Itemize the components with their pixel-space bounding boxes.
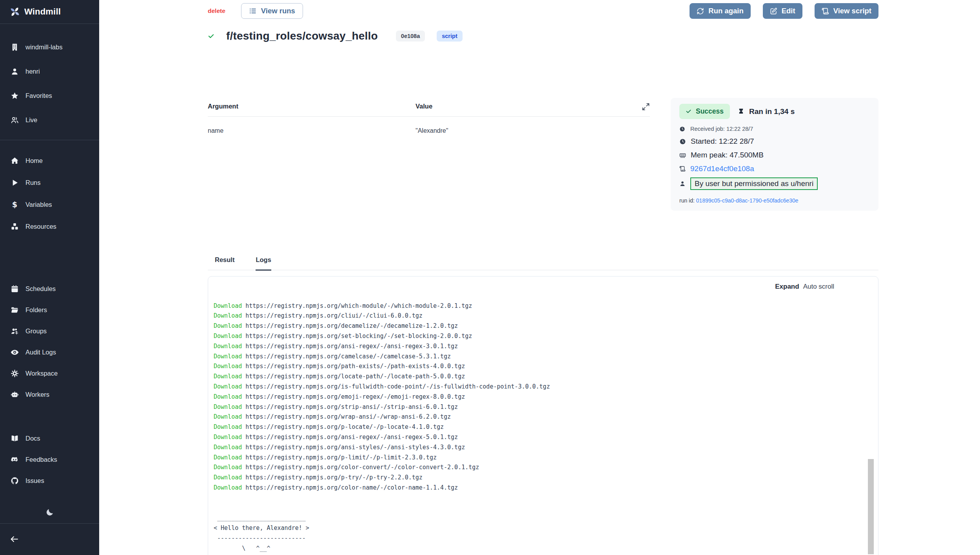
sidebar-item-docs[interactable]: Docs (0, 428, 99, 449)
eye-icon (11, 348, 19, 356)
sidebar-item-label: Variables (25, 201, 52, 208)
sidebar-item-folders[interactable]: Folders (0, 299, 99, 320)
sidebar-item-label: Favorites (25, 92, 52, 99)
log-line: Download https://registry.npmjs.org/colo… (214, 463, 878, 473)
received-row: Received job: 12:22 28/7 (679, 126, 869, 132)
argument-column-header: Argument (208, 103, 416, 110)
argument-row: name "Alexandre" (208, 117, 650, 134)
hourglass-icon (738, 108, 744, 115)
script-scroll-icon (822, 7, 829, 15)
topbar: delete View runs Run again Edit View scr… (208, 3, 878, 19)
view-runs-button[interactable]: View runs (241, 3, 303, 19)
arguments-table: Argument Value name "Alexandre" (208, 98, 650, 211)
log-line: Download https://registry.npmjs.org/emoj… (214, 392, 878, 402)
sidebar-primary-group: HomeRuns$VariablesResources (0, 150, 99, 237)
log-line: Download https://registry.npmjs.org/deca… (214, 321, 878, 331)
sidebar-item-variables[interactable]: $Variables (0, 193, 99, 215)
sidebar-item-audit-logs[interactable]: Audit Logs (0, 342, 99, 363)
sidebar-item-favorites[interactable]: Favorites (0, 83, 99, 108)
delete-button[interactable]: delete (208, 7, 225, 14)
dollar-icon: $ (11, 201, 19, 209)
refresh-icon (697, 7, 704, 15)
collapse-sidebar-icon[interactable] (9, 534, 19, 544)
sidebar-item-label: Docs (25, 435, 40, 442)
windmill-logo-icon (10, 7, 20, 17)
sidebar-item-workers[interactable]: Workers (0, 384, 99, 405)
status-header-row: Success Ran in 1,34 s (679, 104, 869, 119)
sidebar-item-resources[interactable]: Resources (0, 215, 99, 237)
sidebar-item-issues[interactable]: Issues (0, 470, 99, 491)
sidebar: Windmill windmill-labshenriFavoritesLive… (0, 0, 99, 555)
sidebar-item-label: Live (25, 116, 37, 124)
sidebar-item-feedbacks[interactable]: Feedbacks (0, 449, 99, 470)
users-icon (11, 116, 19, 124)
person-icon (679, 181, 686, 187)
permission-box: By user but permissioned as u/henri (690, 177, 818, 190)
job-kind-badge: script (437, 31, 463, 42)
view-script-button[interactable]: View script (815, 3, 878, 19)
run-again-button[interactable]: Run again (690, 3, 750, 19)
run-id-label: run id: (679, 197, 696, 204)
app-logo[interactable]: Windmill (0, 0, 99, 24)
log-line: Download https://registry.npmjs.org/stri… (214, 402, 878, 412)
sidebar-item-label: Issues (25, 477, 44, 484)
logs-scrollbar[interactable] (868, 459, 874, 554)
robot-icon (11, 390, 19, 399)
job-status-panel: Success Ran in 1,34 s Received job: 12:2… (671, 98, 878, 211)
boxes-icon (11, 222, 19, 231)
edit-button[interactable]: Edit (763, 3, 802, 19)
log-line: Download https://registry.npmjs.org/wrap… (214, 412, 878, 422)
mem-label: Mem peak: 47.500MB (691, 151, 764, 159)
sidebar-item-henri[interactable]: henri (0, 59, 99, 83)
script-hash-link[interactable]: 9267d1e4cf0e108a (690, 165, 754, 173)
svg-text:$: $ (12, 201, 17, 209)
sidebar-item-groups[interactable]: Groups (0, 320, 99, 342)
success-check-icon (208, 33, 214, 40)
gear-icon (11, 369, 19, 378)
sidebar-help-group: DocsFeedbacksIssues (0, 428, 99, 491)
building-icon (11, 43, 19, 51)
users-gear-icon (11, 327, 19, 335)
sidebar-item-workspace[interactable]: Workspace (0, 363, 99, 384)
expand-logs-button[interactable]: Expand (775, 283, 799, 291)
sidebar-divider (0, 140, 99, 140)
tab-result[interactable]: Result (215, 256, 234, 270)
sidebar-item-label: windmill-labs (25, 43, 62, 51)
sidebar-item-windmill-labs[interactable]: windmill-labs (0, 35, 99, 59)
expand-arguments-icon[interactable] (642, 103, 650, 111)
value-column-header: Value (416, 103, 642, 110)
dark-mode-toggle-moon-icon[interactable] (45, 508, 54, 517)
content-row: Argument Value name "Alexandre" Success (208, 98, 878, 211)
log-lines: Download https://registry.npmjs.org/whic… (214, 301, 878, 493)
run-id-link[interactable]: 01899c05-c9a0-d8ac-1790-e50fadc6e30e (696, 197, 799, 204)
book-icon (11, 434, 19, 443)
sidebar-item-label: Workspace (25, 370, 58, 377)
job-hash-badge[interactable]: 0e108a (396, 31, 425, 42)
hash-row: 9267d1e4cf0e108a (679, 165, 869, 173)
sidebar-item-runs[interactable]: Runs (0, 172, 99, 193)
view-script-label: View script (833, 7, 871, 15)
play-icon (11, 179, 19, 187)
calendar-icon (11, 285, 19, 293)
sidebar-item-home[interactable]: Home (0, 150, 99, 172)
logs-panel: Expand Auto scroll Download https://regi… (208, 276, 878, 555)
dark-mode-row (0, 501, 99, 523)
autoscroll-toggle[interactable]: Auto scroll (803, 283, 834, 291)
result-logs-tabs: Result Logs (208, 256, 878, 270)
arguments-table-header: Argument Value (208, 98, 650, 117)
hash-scroll-icon (679, 166, 686, 172)
sidebar-item-label: Groups (25, 327, 47, 335)
sidebar-item-live[interactable]: Live (0, 108, 99, 132)
sidebar-admin-group: SchedulesFoldersGroupsAudit LogsWorkspac… (0, 278, 99, 405)
tab-logs[interactable]: Logs (256, 256, 271, 271)
cowsay-output: _________________________ < Hello there,… (214, 513, 878, 555)
sidebar-item-label: Resources (25, 223, 56, 230)
mem-row: Mem peak: 47.500MB (679, 151, 869, 159)
log-line: Download https://registry.npmjs.org/colo… (214, 483, 878, 493)
log-line: Download https://registry.npmjs.org/p-lo… (214, 422, 878, 432)
job-path-title: f/testing_roles/cowsay_hello (226, 30, 378, 42)
log-body: Download https://registry.npmjs.org/whic… (208, 277, 878, 555)
sidebar-item-schedules[interactable]: Schedules (0, 278, 99, 299)
edit-label: Edit (782, 7, 795, 15)
status-badge-label: Success (696, 107, 724, 116)
